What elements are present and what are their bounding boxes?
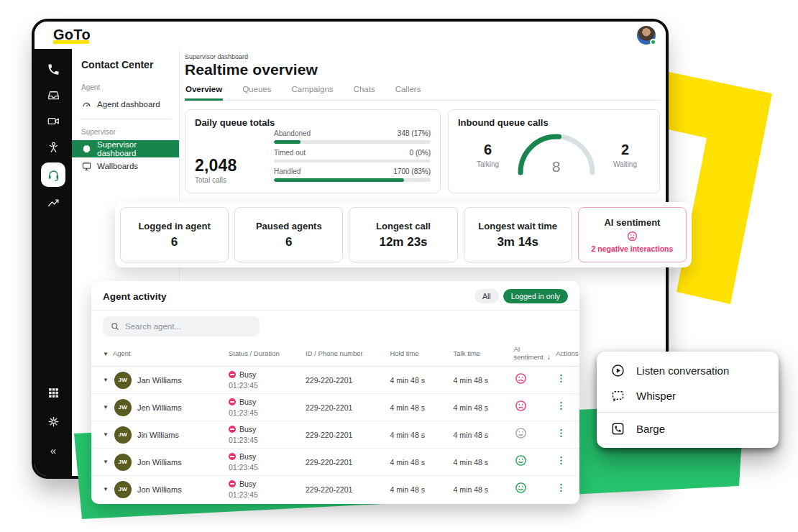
headset-icon[interactable] bbox=[41, 162, 65, 187]
bar-timed-out: Timed out 0 (0%) bbox=[274, 149, 431, 163]
sidebar-section-agent: Agent bbox=[72, 81, 179, 96]
bar-fill bbox=[274, 140, 301, 144]
agent-activity-title: Agent activity bbox=[103, 291, 167, 302]
sentiment-face-icon bbox=[514, 454, 528, 467]
row-actions-menu-icon[interactable] bbox=[556, 482, 567, 493]
agent-avatar: JW bbox=[114, 454, 132, 471]
sidebar-divider bbox=[80, 119, 171, 119]
search-icon bbox=[110, 321, 120, 331]
tab-chats[interactable]: Chats bbox=[353, 85, 376, 100]
busy-status-icon bbox=[229, 453, 236, 460]
sidebar-item-label: Supervisor dashboard bbox=[97, 140, 170, 157]
stat-card-longest-call: Longest call 12m 23s bbox=[349, 207, 457, 262]
row-actions-menu-icon[interactable] bbox=[556, 428, 567, 439]
sort-descending-icon[interactable]: ↓ bbox=[547, 353, 551, 361]
inbox-icon[interactable] bbox=[41, 83, 65, 106]
table-row: ▼JWJon Williams Busy01:23:45 229-220-220… bbox=[91, 449, 579, 476]
bar-value: 1700 (83%) bbox=[393, 168, 431, 175]
agent-activity-card: Agent activity All Logged in only ▼Agent… bbox=[91, 281, 579, 504]
card-title: Daily queue totals bbox=[195, 117, 431, 128]
breadcrumb: Supervisor dashboard bbox=[185, 53, 660, 60]
bar-label: Timed out bbox=[274, 149, 306, 157]
row-actions-menu-icon[interactable] bbox=[556, 373, 567, 384]
busy-status-icon bbox=[229, 398, 236, 405]
menu-item-barge[interactable]: Barge bbox=[597, 416, 779, 441]
table-row: ▼JWJon Williams Busy01:23:45 229-220-220… bbox=[91, 476, 579, 503]
agent-avatar: JW bbox=[114, 481, 132, 498]
row-expand-caret-icon[interactable]: ▼ bbox=[103, 377, 109, 383]
inbound-queue-calls-card: Inbound queue calls 6 Talking 8 bbox=[448, 109, 660, 193]
sentiment-face-icon bbox=[514, 399, 528, 413]
topbar: GoTo bbox=[35, 22, 666, 49]
bar-label: Abandoned bbox=[274, 129, 311, 137]
sentiment-face-icon bbox=[514, 426, 528, 440]
tab-bar: Overview Queues Campaigns Chats Callers bbox=[185, 85, 660, 101]
user-avatar[interactable] bbox=[637, 26, 656, 45]
sentiment-face-icon bbox=[514, 481, 528, 495]
tab-queues[interactable]: Queues bbox=[242, 85, 272, 100]
waiting-label: Waiting bbox=[613, 160, 637, 168]
sidebar-item-wallboards[interactable]: Wallboards bbox=[72, 157, 179, 175]
menu-item-listen-conversation[interactable]: Listen conversation bbox=[597, 358, 779, 383]
collapse-icon[interactable]: « bbox=[41, 439, 65, 462]
filter-all-pill[interactable]: All bbox=[474, 289, 499, 303]
phone-icon[interactable] bbox=[41, 58, 65, 81]
daily-queue-totals-card: Daily queue totals 2,048 Total calls Aba… bbox=[185, 109, 441, 193]
search-agent-input[interactable] bbox=[125, 322, 252, 331]
search-box[interactable] bbox=[103, 316, 260, 336]
row-actions-menu-icon[interactable] bbox=[556, 455, 567, 466]
agent-avatar: JW bbox=[114, 399, 132, 416]
stat-card-logged-in: Logged in agent 6 bbox=[120, 207, 229, 262]
goto-logo-text: GoTo bbox=[53, 27, 92, 42]
sidebar-item-agent-dashboard[interactable]: Agent dashboard bbox=[72, 96, 179, 113]
busy-status-icon bbox=[229, 480, 236, 487]
row-expand-caret-icon[interactable]: ▼ bbox=[103, 459, 109, 465]
table-row: ▼JWJan Williams Busy01:23:45 229-220-220… bbox=[91, 367, 579, 394]
total-calls-value: 2,048 bbox=[195, 156, 264, 175]
presence-dot bbox=[650, 39, 656, 45]
waiting-value: 2 bbox=[613, 142, 637, 158]
table-row: ▼JWJen Williams Busy01:23:45 229-220-220… bbox=[91, 394, 579, 421]
row-expand-caret-icon[interactable]: ▼ bbox=[103, 431, 109, 438]
agent-filter-caret-icon[interactable]: ▼ bbox=[103, 351, 109, 357]
total-calls-label: Total calls bbox=[195, 176, 264, 184]
bar-value: 348 (17%) bbox=[398, 129, 431, 137]
trend-icon[interactable] bbox=[41, 191, 65, 214]
stat-card-paused: Paused agents 6 bbox=[234, 207, 343, 262]
tab-overview[interactable]: Overview bbox=[185, 85, 223, 101]
bar-value: 0 (0%) bbox=[410, 149, 431, 157]
bar-label: Handled bbox=[274, 168, 301, 175]
row-actions-context-menu: Listen conversation Whisper Barge bbox=[597, 352, 779, 448]
tab-callers[interactable]: Callers bbox=[395, 85, 422, 100]
table-row: ▼JWJin Williams Busy01:23:45 229-220-220… bbox=[91, 421, 579, 449]
row-actions-menu-icon[interactable] bbox=[556, 400, 567, 411]
video-camera-icon[interactable] bbox=[41, 109, 65, 132]
sidebar-item-supervisor-dashboard[interactable]: Supervisor dashboard bbox=[72, 140, 179, 157]
bar-fill bbox=[274, 178, 404, 182]
row-expand-caret-icon[interactable]: ▼ bbox=[103, 486, 109, 492]
agent-table: ▼Agent Status / Duration ID / Phone numb… bbox=[91, 341, 579, 503]
sidebar-section-supervisor: Supervisor bbox=[72, 125, 179, 140]
sidebar-title: Contact Center bbox=[72, 58, 179, 81]
sidebar-item-label: Wallboards bbox=[97, 162, 138, 170]
gear-icon[interactable] bbox=[41, 410, 65, 433]
whisper-bubble-icon bbox=[610, 388, 625, 403]
busy-status-icon bbox=[229, 371, 236, 378]
row-expand-caret-icon[interactable]: ▼ bbox=[103, 404, 109, 411]
tab-campaigns[interactable]: Campaigns bbox=[290, 85, 334, 100]
apps-grid-icon[interactable] bbox=[41, 381, 65, 404]
agent-avatar: JW bbox=[114, 426, 132, 444]
goto-logo-underline bbox=[53, 40, 89, 44]
queue-gauge: 8 bbox=[510, 132, 602, 177]
talking-label: Talking bbox=[477, 160, 499, 168]
page-title: Realtime overview bbox=[185, 61, 660, 78]
ai-sentiment-note: 2 negative interactions bbox=[592, 244, 674, 253]
busy-status-icon bbox=[229, 426, 236, 433]
bar-abandoned: Abandoned 348 (17%) bbox=[274, 129, 431, 144]
monitor-icon bbox=[81, 161, 92, 172]
barge-phone-icon bbox=[610, 421, 625, 436]
filter-logged-in-pill[interactable]: Logged in only bbox=[503, 289, 568, 303]
menu-item-whisper[interactable]: Whisper bbox=[597, 383, 779, 408]
people-icon[interactable] bbox=[41, 135, 65, 158]
stat-card-ai-sentiment: AI sentiment 2 negative interactions bbox=[578, 207, 687, 262]
